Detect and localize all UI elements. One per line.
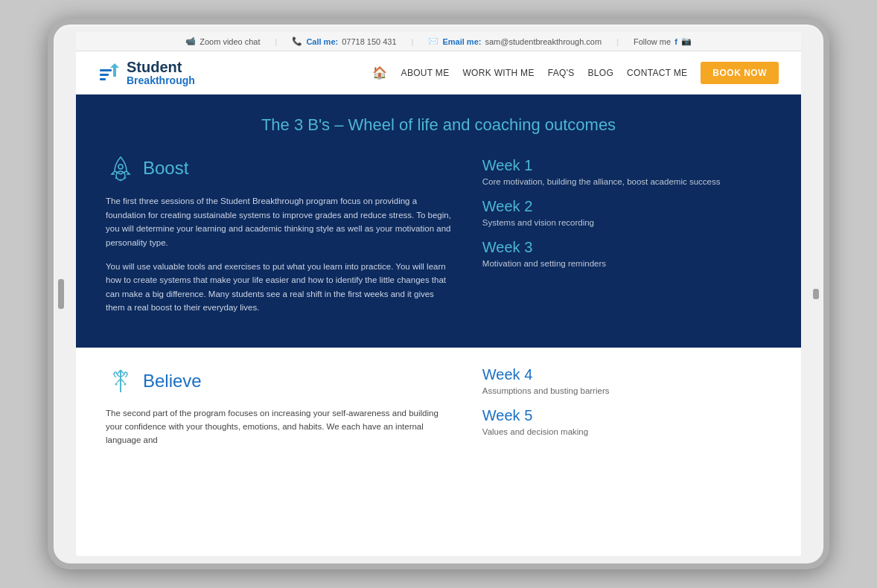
hero-title: The 3 B's – Wheel of life and coaching o… [106, 115, 771, 135]
nav-faqs[interactable]: FAQ'S [548, 68, 575, 78]
week-3-title: Week 3 [482, 239, 771, 256]
tablet-volume-button [58, 279, 64, 309]
believe-left-col: Believe The second part of the program f… [106, 366, 453, 448]
follow-label: Follow me [634, 37, 671, 46]
hero-content: Boost The first three sessions of the St… [106, 153, 771, 325]
video-icon: 📹 [185, 36, 196, 46]
believe-icon [106, 366, 135, 396]
boost-body-2: You will use valuable tools and exercise… [106, 260, 453, 315]
nav-work-with-me[interactable]: WORK WITH ME [462, 68, 534, 78]
facebook-icon[interactable]: f [675, 37, 677, 46]
svg-rect-0 [100, 78, 106, 80]
believe-header: Believe [106, 366, 453, 396]
believe-right-col: Week 4 Assumptions and busting barriers … [482, 366, 771, 448]
book-now-button[interactable]: BOOK NOW [701, 62, 779, 84]
separator-3: | [616, 37, 619, 46]
rocket-icon [106, 153, 135, 183]
svg-point-6 [120, 179, 122, 182]
week-3-desc: Motivation and setting reminders [482, 259, 771, 268]
email-icon: ✉️ [428, 36, 438, 46]
boost-header: Boost [106, 153, 453, 183]
zoom-label: Zoom video chat [200, 37, 260, 46]
logo-breakthrough: Breakthrough [127, 75, 195, 86]
nav: Student Breakthrough 🏠 ABOUT ME WORK WIT… [76, 51, 801, 95]
week-3-item: Week 3 Motivation and setting reminders [482, 239, 771, 268]
nav-blog[interactable]: BLOG [588, 68, 614, 78]
email-label: Email me: [442, 37, 481, 46]
zoom-contact: 📹 Zoom video chat [185, 36, 260, 46]
believe-body: The second part of the program focuses o… [106, 406, 453, 447]
week-4-title: Week 4 [482, 366, 771, 383]
week-5-title: Week 5 [482, 407, 771, 424]
email-contact: ✉️ Email me: sam@studentbreakthrough.com [428, 36, 602, 46]
phone-icon: 📞 [292, 36, 302, 46]
tablet-power-button [813, 289, 819, 299]
svg-point-11 [115, 383, 118, 385]
call-contact: 📞 Call me: 07718 150 431 [292, 36, 396, 46]
svg-point-4 [118, 164, 123, 169]
tablet-frame: 📹 Zoom video chat | 📞 Call me: 07718 150… [48, 19, 829, 569]
separator-1: | [275, 37, 278, 46]
week-1-item: Week 1 Core motivation, building the all… [482, 157, 771, 186]
logo-student: Student [127, 59, 195, 75]
week-5-item: Week 5 Values and decision making [482, 407, 771, 436]
week-4-item: Week 4 Assumptions and busting barriers [482, 366, 771, 395]
email-address: sam@studentbreakthrough.com [485, 37, 602, 46]
logo-svg [98, 62, 121, 84]
svg-rect-2 [100, 69, 112, 71]
top-bar: 📹 Zoom video chat | 📞 Call me: 07718 150… [76, 32, 801, 51]
call-label: Call me: [306, 37, 338, 46]
separator-2: | [412, 37, 414, 46]
week-1-desc: Core motivation, building the alliance, … [482, 177, 771, 186]
tablet-screen: 📹 Zoom video chat | 📞 Call me: 07718 150… [76, 32, 801, 556]
week-2-title: Week 2 [482, 198, 771, 215]
boost-right-col: Week 1 Core motivation, building the all… [482, 153, 771, 325]
hero-section: The 3 B's – Wheel of life and coaching o… [76, 95, 801, 347]
logo-text: Student Breakthrough [127, 59, 195, 86]
logo[interactable]: Student Breakthrough [98, 59, 195, 86]
svg-point-5 [115, 177, 118, 179]
nav-about-me[interactable]: ABOUT ME [401, 68, 450, 78]
boost-title: Boost [143, 158, 188, 179]
week-1-title: Week 1 [482, 157, 771, 174]
logo-icon [98, 62, 121, 84]
believe-content: Believe The second part of the program f… [106, 366, 771, 448]
call-number: 07718 150 431 [342, 37, 396, 46]
believe-title: Believe [143, 371, 202, 392]
nav-contact-me[interactable]: CONTACT ME [627, 68, 687, 78]
week-2-desc: Systems and vision recording [482, 218, 771, 227]
follow-contact: Follow me f 📷 [634, 36, 692, 46]
svg-point-12 [124, 383, 127, 385]
instagram-icon[interactable]: 📷 [681, 36, 692, 46]
week-5-desc: Values and decision making [482, 427, 771, 436]
boost-left-col: Boost The first three sessions of the St… [106, 153, 453, 325]
nav-home[interactable]: 🏠 [372, 65, 387, 80]
week-2-item: Week 2 Systems and vision recording [482, 198, 771, 227]
boost-body-1: The first three sessions of the Student … [106, 194, 453, 249]
nav-links: 🏠 ABOUT ME WORK WITH ME FAQ'S BLOG CONTA… [372, 62, 779, 84]
svg-rect-1 [100, 74, 109, 76]
believe-section: Believe The second part of the program f… [76, 348, 801, 467]
week-4-desc: Assumptions and busting barriers [482, 386, 771, 395]
svg-point-7 [124, 177, 127, 179]
